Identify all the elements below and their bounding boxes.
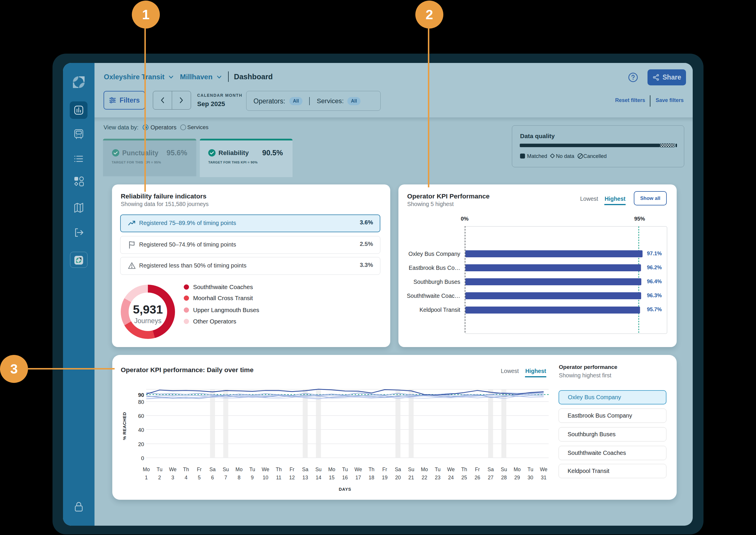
svg-text:22: 22 <box>421 475 427 481</box>
svg-text:16: 16 <box>342 475 348 481</box>
svg-text:4: 4 <box>185 475 188 481</box>
svg-text:9: 9 <box>251 475 254 481</box>
svg-text:Fr: Fr <box>289 466 294 472</box>
svg-text:Mo: Mo <box>514 466 521 472</box>
svg-text:14: 14 <box>316 475 321 481</box>
svg-text:Sa: Sa <box>209 466 216 472</box>
svg-text:DAYS: DAYS <box>339 487 351 492</box>
svg-text:Th: Th <box>276 466 282 472</box>
svg-text:13: 13 <box>302 475 308 481</box>
svg-text:6: 6 <box>211 475 214 481</box>
svg-text:Su: Su <box>223 466 229 472</box>
svg-text:Fr: Fr <box>382 466 387 472</box>
svg-text:24: 24 <box>448 475 454 481</box>
svg-text:17: 17 <box>355 475 361 481</box>
svg-text:We: We <box>540 466 547 472</box>
svg-text:Sa: Sa <box>488 466 494 472</box>
svg-text:Sa: Sa <box>302 466 309 472</box>
svg-text:Tu: Tu <box>157 466 163 472</box>
svg-text:19: 19 <box>382 475 387 481</box>
svg-text:Mo: Mo <box>143 466 150 472</box>
svg-text:Tu: Tu <box>528 466 533 472</box>
svg-text:5: 5 <box>198 475 201 481</box>
svg-text:Tu: Tu <box>342 466 348 472</box>
svg-text:Sa: Sa <box>395 466 401 472</box>
svg-text:31: 31 <box>541 475 546 481</box>
svg-text:23: 23 <box>435 475 440 481</box>
svg-text:80: 80 <box>138 399 144 405</box>
svg-text:27: 27 <box>488 475 494 481</box>
svg-text:26: 26 <box>474 475 480 481</box>
svg-text:20: 20 <box>138 441 144 447</box>
svg-text:Tu: Tu <box>249 466 255 472</box>
svg-text:Su: Su <box>501 466 507 472</box>
svg-text:We: We <box>262 466 269 472</box>
svg-text:12: 12 <box>289 475 294 481</box>
svg-text:Th: Th <box>368 466 374 472</box>
svg-text:2: 2 <box>158 475 161 481</box>
svg-text:60: 60 <box>138 413 144 419</box>
svg-text:Th: Th <box>183 466 189 472</box>
svg-text:29: 29 <box>514 475 520 481</box>
svg-text:20: 20 <box>395 475 401 481</box>
svg-text:We: We <box>354 466 362 472</box>
svg-text:Tu: Tu <box>435 466 441 472</box>
svg-text:28: 28 <box>501 475 507 481</box>
svg-text:Su: Su <box>408 466 414 472</box>
svg-text:18: 18 <box>369 475 374 481</box>
svg-text:We: We <box>447 466 455 472</box>
svg-text:Mo: Mo <box>421 466 428 472</box>
svg-text:40: 40 <box>138 427 144 433</box>
svg-text:90: 90 <box>138 392 144 398</box>
svg-text:25: 25 <box>462 475 467 481</box>
svg-text:Su: Su <box>315 466 321 472</box>
svg-text:7: 7 <box>224 475 227 481</box>
svg-text:Fr: Fr <box>197 466 202 472</box>
svg-text:11: 11 <box>276 475 282 481</box>
svg-text:Th: Th <box>461 466 467 472</box>
svg-text:Mo: Mo <box>328 466 335 472</box>
svg-text:Fr: Fr <box>475 466 480 472</box>
svg-text:1: 1 <box>145 475 148 481</box>
svg-text:21: 21 <box>408 475 414 481</box>
svg-text:30: 30 <box>528 475 533 481</box>
svg-text:15: 15 <box>329 475 335 481</box>
svg-text:3: 3 <box>171 475 174 481</box>
svg-text:0: 0 <box>141 455 144 461</box>
svg-text:Mo: Mo <box>235 466 242 472</box>
svg-text:We: We <box>169 466 176 472</box>
svg-text:10: 10 <box>263 475 269 481</box>
svg-text:8: 8 <box>238 475 241 481</box>
